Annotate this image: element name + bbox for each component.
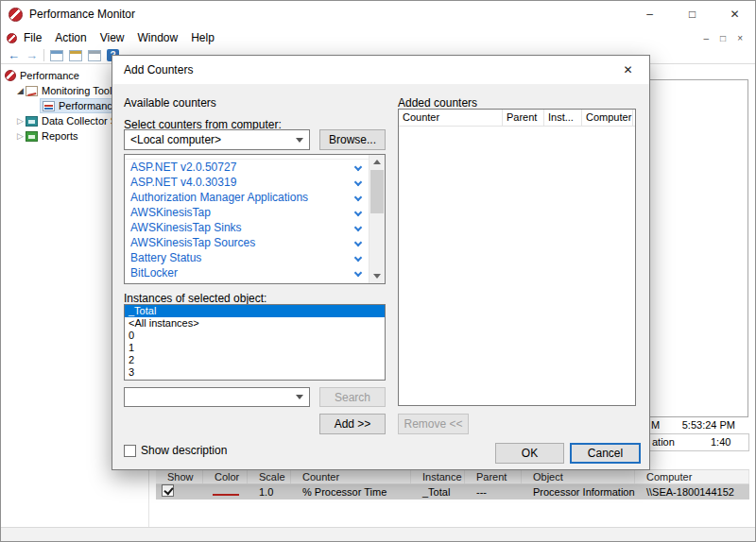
menu-action[interactable]: Action — [48, 29, 93, 46]
added-table-header: Counter Parent Inst... Computer — [399, 110, 635, 127]
counter-color-swatch — [213, 494, 239, 496]
scrollbar[interactable] — [369, 155, 385, 283]
chevron-down-icon[interactable] — [354, 239, 362, 246]
export-icon[interactable] — [69, 50, 82, 61]
counter-row[interactable]: Battery Status — [125, 250, 369, 265]
counter-label: Authorization Manager Applications — [130, 191, 308, 204]
chevron-down-icon[interactable] — [296, 138, 303, 143]
forward-icon[interactable]: → — [26, 49, 38, 61]
search-button[interactable]: Search — [319, 387, 386, 407]
counter-row[interactable]: AWSKinesisTap — [125, 205, 369, 220]
counter-row[interactable]: AWSKinesisTap Sources — [125, 235, 369, 250]
added-counters-label: Added counters — [398, 96, 477, 110]
scroll-up-icon[interactable] — [369, 155, 385, 169]
added-col-computer[interactable]: Computer — [582, 110, 633, 126]
back-icon[interactable]: ← — [8, 49, 20, 61]
instance-search-input[interactable] — [124, 387, 310, 407]
show-cell — [156, 484, 203, 500]
mdi-close-button[interactable]: × — [737, 33, 743, 43]
counter-row[interactable]: Authorization Manager Applications — [125, 190, 369, 205]
ok-button[interactable]: OK — [495, 443, 564, 464]
instance-item[interactable]: 3 — [125, 366, 385, 379]
scroll-down-icon[interactable] — [369, 269, 385, 283]
tree-item-monitoring-tools[interactable]: Monitoring Tools — [15, 83, 117, 98]
counter-label: AWSKinesisTap Sources — [130, 236, 255, 249]
chevron-down-icon[interactable] — [354, 254, 362, 262]
expand-icon[interactable] — [15, 131, 26, 141]
added-col-counter[interactable]: Counter — [399, 110, 503, 126]
ok-button-label: OK — [522, 447, 538, 460]
chevron-down-icon[interactable] — [354, 269, 362, 277]
counter-row[interactable]: ASP.NET v4.0.30319 — [125, 175, 369, 190]
instance-item-selected[interactable]: _Total — [125, 305, 385, 317]
added-col-inst[interactable]: Inst... — [544, 110, 582, 126]
dialog-title-bar: Add Counters — [112, 56, 649, 84]
menu-window[interactable]: Window — [131, 29, 185, 46]
added-col-parent[interactable]: Parent — [503, 110, 544, 126]
scrollbar-thumb[interactable] — [370, 170, 384, 213]
browse-button[interactable]: Browse... — [319, 129, 386, 150]
col-color[interactable]: Color — [203, 470, 248, 483]
col-scale[interactable]: Scale — [248, 470, 291, 483]
instances-list[interactable]: _Total <All instances> 0 1 2 3 — [124, 304, 386, 381]
duration-value: 1:40 — [711, 436, 730, 448]
show-description-checkbox[interactable] — [124, 445, 136, 457]
reports-icon — [26, 131, 38, 142]
close-button[interactable]: ✕ — [713, 0, 756, 28]
dialog-close-button[interactable]: ✕ — [607, 56, 649, 84]
cancel-button[interactable]: Cancel — [570, 443, 641, 464]
add-button[interactable]: Add >> — [319, 414, 386, 434]
counter-row[interactable]: AWSKinesisTap Sinks — [125, 220, 369, 235]
cancel-button-label: Cancel — [588, 447, 623, 460]
minimize-button[interactable]: – — [628, 0, 671, 28]
col-parent[interactable]: Parent — [465, 470, 522, 483]
counter-row[interactable]: ASP.NET v2.0.50727 — [125, 160, 369, 175]
col-computer[interactable]: Computer — [635, 470, 749, 483]
available-counters-list[interactable]: ASP.NET v2.0.50727 ASP.NET v4.0.30319 Au… — [124, 154, 386, 284]
chevron-down-icon[interactable] — [296, 395, 303, 399]
mdi-restore-button[interactable]: □ — [720, 33, 726, 43]
status-bar — [0, 527, 756, 542]
tree-item-reports[interactable]: Reports — [15, 128, 78, 144]
instance-item[interactable]: <All instances> — [125, 317, 385, 330]
properties-icon[interactable] — [88, 50, 101, 61]
maximize-button[interactable]: □ — [671, 0, 713, 28]
menu-file[interactable]: File — [17, 29, 48, 46]
show-checkbox[interactable] — [162, 484, 174, 497]
computer-combobox[interactable]: <Local computer> — [124, 129, 310, 150]
data-collector-sets-icon — [26, 116, 38, 127]
tree-item-performance[interactable]: Performance — [5, 68, 79, 83]
performance-monitor-icon — [43, 101, 55, 111]
console-icon — [7, 33, 17, 43]
chevron-down-icon[interactable] — [354, 178, 362, 186]
col-show[interactable]: Show — [156, 470, 203, 483]
console-tree-icon[interactable] — [50, 50, 63, 61]
expand-icon[interactable] — [15, 116, 26, 126]
col-counter[interactable]: Counter — [291, 470, 411, 483]
show-description-row[interactable]: Show description — [124, 444, 227, 457]
col-instance[interactable]: Instance — [411, 470, 465, 483]
menu-bar: File Action View Window Help – □ × — [0, 28, 756, 47]
counter-row[interactable]: BitLocker — [125, 265, 369, 280]
added-counters-table[interactable]: Counter Parent Inst... Computer — [398, 109, 636, 406]
menu-help[interactable]: Help — [184, 29, 221, 46]
chevron-down-icon[interactable] — [354, 209, 362, 216]
instance-item[interactable]: 1 — [125, 342, 385, 354]
legend-row[interactable]: 1.0 % Processor Time _Total --- Processo… — [156, 484, 749, 500]
title-bar: Performance Monitor – □ ✕ — [0, 0, 756, 28]
menu-view[interactable]: View — [94, 29, 131, 46]
time-axis-label: 5:53:24 PM — [674, 419, 735, 431]
col-object[interactable]: Object — [522, 470, 635, 483]
chevron-down-icon[interactable] — [354, 194, 362, 201]
monitoring-tools-icon — [26, 86, 38, 96]
collapse-icon[interactable] — [15, 86, 26, 95]
tree-item-label: Reports — [42, 130, 78, 142]
counter-label: BitLocker — [130, 266, 178, 279]
instance-item[interactable]: 2 — [125, 354, 385, 366]
mdi-minimize-button[interactable]: – — [704, 33, 710, 43]
remove-button[interactable]: Remove << — [398, 414, 469, 434]
available-counters-label: Available counters — [124, 96, 216, 110]
chevron-down-icon[interactable] — [354, 224, 362, 231]
chevron-down-icon[interactable] — [354, 163, 362, 171]
instance-item[interactable]: 0 — [125, 330, 385, 342]
